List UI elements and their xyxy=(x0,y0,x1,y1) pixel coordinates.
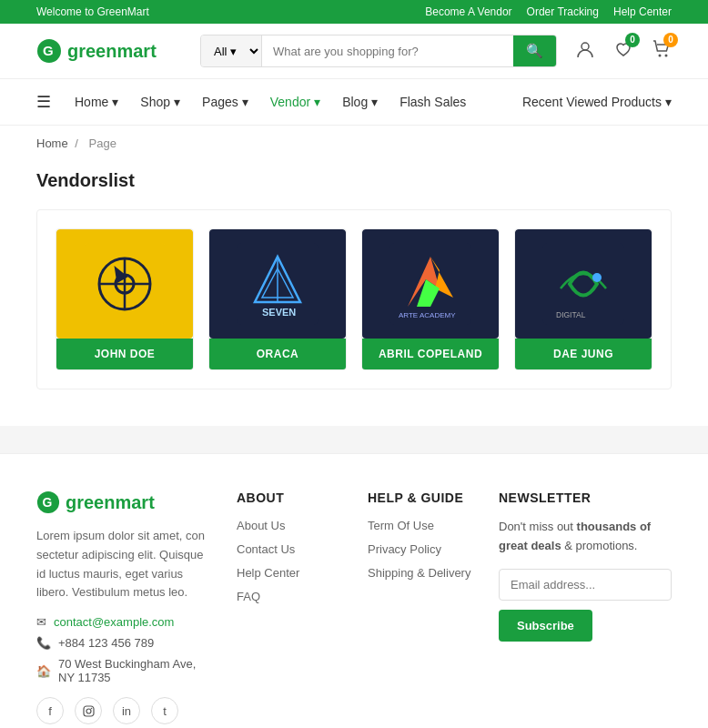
svg-text:SEVEN: SEVEN xyxy=(262,307,296,318)
vendor-card-dae-jung: DIGITAL DAE JUNG xyxy=(514,228,652,370)
nav-home[interactable]: Home ▾ xyxy=(66,82,127,122)
john-doe-logo-svg xyxy=(84,243,166,325)
footer-email-link[interactable]: contact@example.com xyxy=(54,615,174,629)
vendor-card-john-doe: JOHN DOE xyxy=(56,228,194,370)
cart-badge: 0 xyxy=(663,33,678,47)
search-category-select[interactable]: All ▾ xyxy=(201,35,262,66)
vendor-name-abril-copeland[interactable]: ABRIL COPELAND xyxy=(362,339,499,369)
vendor-logo-john-doe xyxy=(56,229,193,339)
header-icons: 0 0 xyxy=(575,39,672,64)
nav-shop[interactable]: Shop ▾ xyxy=(131,82,189,122)
list-item: Privacy Policy xyxy=(368,541,471,556)
list-item: FAQ xyxy=(237,589,340,603)
svg-text:G: G xyxy=(43,43,54,58)
svg-point-21 xyxy=(592,273,602,282)
nav-flash-sales[interactable]: Flash Sales xyxy=(390,82,475,122)
vendor-logo-abril: ARTE ACADEMY xyxy=(362,229,499,339)
footer-about-col: ABOUT About Us Contact Us Help Center FA… xyxy=(237,490,340,724)
footer-logo[interactable]: G greenmart xyxy=(36,490,209,514)
logo-text: greenmart xyxy=(67,41,157,62)
main-nav: ☰ Home ▾ Shop ▾ Pages ▾ Vendor ▾ Blog ▾ … xyxy=(0,79,708,126)
nav-vendor[interactable]: Vendor ▾ xyxy=(261,82,329,122)
footer-logo-icon: G xyxy=(36,490,60,514)
privacy-policy-link[interactable]: Privacy Policy xyxy=(368,542,441,556)
top-bar-links: Become A Vendor Order Tracking Help Cent… xyxy=(425,5,672,18)
about-heading: ABOUT xyxy=(237,490,340,505)
footer-top: G greenmart Lorem ipsum dolor sit amet, … xyxy=(36,490,672,724)
vendor-card-abril-copeland: ARTE ACADEMY ABRIL COPELAND xyxy=(361,228,500,370)
twitter-icon[interactable]: t xyxy=(151,697,178,724)
breadcrumb-separator: / xyxy=(75,136,78,150)
footer-logo-text: greenmart xyxy=(66,492,155,513)
list-item: Term Of Use xyxy=(368,518,471,532)
footer-newsletter-col: NEWSLETTER Don't miss out thousands of g… xyxy=(499,490,672,724)
linkedin-icon[interactable]: in xyxy=(113,697,140,724)
wishlist-badge: 0 xyxy=(625,33,640,47)
breadcrumb-home[interactable]: Home xyxy=(36,136,68,150)
svg-text:ARTE ACADEMY: ARTE ACADEMY xyxy=(399,311,456,319)
about-links-list: About Us Contact Us Help Center FAQ xyxy=(237,518,340,603)
shop-chevron-icon: ▾ xyxy=(174,95,180,109)
svg-rect-25 xyxy=(84,706,94,716)
term-of-use-link[interactable]: Term Of Use xyxy=(368,519,434,532)
wishlist-icon-wrap[interactable]: 0 xyxy=(613,39,633,64)
dae-jung-logo-svg: DIGITAL xyxy=(542,243,624,325)
newsletter-subscribe-button[interactable]: Subscribe xyxy=(499,610,592,642)
footer-brand-col: G greenmart Lorem ipsum dolor sit amet, … xyxy=(36,490,209,724)
search-bar: All ▾ 🔍 xyxy=(200,35,557,67)
help-links-list: Term Of Use Privacy Policy Shipping & De… xyxy=(368,518,471,580)
svg-point-4 xyxy=(665,54,668,56)
svg-point-26 xyxy=(86,709,91,713)
vendor-name-john-doe[interactable]: JOHN DOE xyxy=(56,339,193,369)
faq-link[interactable]: FAQ xyxy=(237,590,260,603)
blog-chevron-icon: ▾ xyxy=(371,95,378,109)
svg-point-2 xyxy=(582,43,589,50)
content-separator xyxy=(0,426,708,453)
footer-address: 🏠 70 West Buckingham Ave, NY 11735 xyxy=(36,657,209,684)
svg-point-27 xyxy=(90,707,92,709)
footer-description: Lorem ipsum dolor sit amet, con sectetur… xyxy=(36,527,209,602)
vendor-name-dae-jung[interactable]: DAE JUNG xyxy=(515,339,652,369)
list-item: Contact Us xyxy=(237,541,340,556)
top-bar: Welcome to GreenMart Become A Vendor Ord… xyxy=(0,0,708,24)
newsletter-description: Don't miss out thousands of great deals … xyxy=(499,518,672,556)
help-heading: HELP & GUIDE xyxy=(368,490,471,505)
pages-chevron-icon: ▾ xyxy=(242,95,248,109)
newsletter-heading: NEWSLETTER xyxy=(499,490,672,505)
instagram-icon[interactable] xyxy=(75,697,102,724)
order-tracking-link[interactable]: Order Tracking xyxy=(527,5,599,18)
logo[interactable]: G greenmart xyxy=(36,38,182,64)
hamburger-menu-icon[interactable]: ☰ xyxy=(36,79,62,125)
newsletter-email-input[interactable] xyxy=(499,569,672,601)
footer-email: ✉ contact@example.com xyxy=(36,615,209,629)
vendor-card-oraca: SEVEN ORACA xyxy=(208,228,347,370)
welcome-text: Welcome to GreenMart xyxy=(36,5,149,18)
footer-phone-text: +884 123 456 789 xyxy=(58,636,154,650)
help-center-footer-link[interactable]: Help Center xyxy=(237,566,299,580)
footer-help-col: HELP & GUIDE Term Of Use Privacy Policy … xyxy=(368,490,471,724)
shipping-delivery-link[interactable]: Shipping & Delivery xyxy=(368,566,470,580)
facebook-icon[interactable]: f xyxy=(36,697,64,724)
become-vendor-link[interactable]: Become A Vendor xyxy=(425,5,511,18)
breadcrumb: Home / Page xyxy=(0,126,708,161)
recent-viewed-chevron-icon: ▾ xyxy=(665,95,672,109)
list-item: Help Center xyxy=(237,565,340,580)
nav-blog[interactable]: Blog ▾ xyxy=(333,82,387,122)
footer-phone: 📞 +884 123 456 789 xyxy=(36,636,209,650)
contact-us-link[interactable]: Contact Us xyxy=(237,542,295,556)
nav-pages[interactable]: Pages ▾ xyxy=(193,82,258,122)
home-chevron-icon: ▾ xyxy=(112,95,118,109)
search-button[interactable]: 🔍 xyxy=(513,35,556,66)
vendors-grid: JOHN DOE SEVEN ORACA xyxy=(36,209,672,389)
search-input[interactable] xyxy=(262,35,513,66)
about-us-link[interactable]: About Us xyxy=(237,519,285,532)
vendor-name-oraca[interactable]: ORACA xyxy=(209,339,346,369)
help-center-link[interactable]: Help Center xyxy=(613,5,672,18)
user-icon-wrap[interactable] xyxy=(575,39,595,64)
footer-socials: f in t xyxy=(36,697,209,724)
cart-icon-wrap[interactable]: 0 xyxy=(652,39,672,64)
recent-viewed-nav[interactable]: Recent Viewed Products ▾ xyxy=(522,95,672,109)
header: G greenmart All ▾ 🔍 0 xyxy=(0,24,708,79)
svg-text:DIGITAL: DIGITAL xyxy=(556,310,586,319)
phone-icon: 📞 xyxy=(36,636,51,650)
